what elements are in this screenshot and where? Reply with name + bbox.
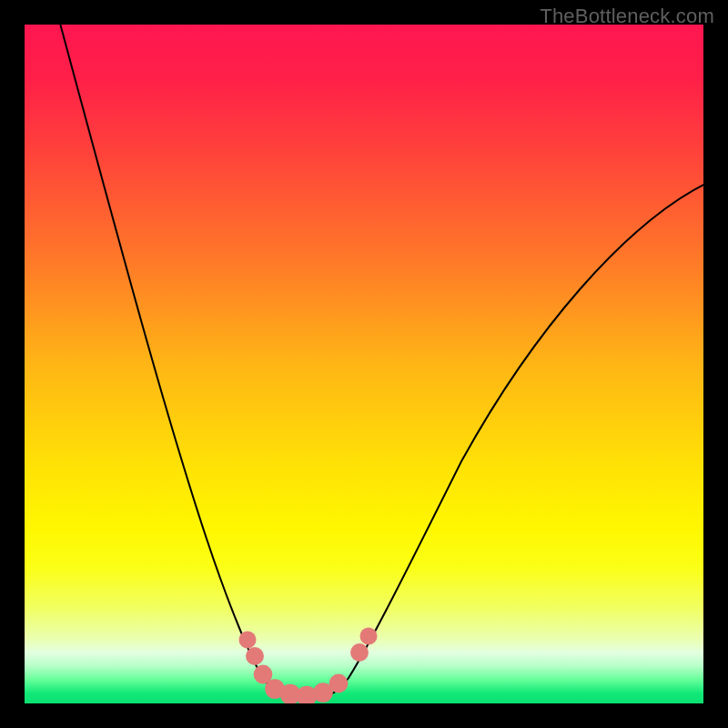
bead-marker — [246, 647, 264, 665]
bead-marker — [360, 628, 378, 645]
bead-marker — [239, 632, 257, 649]
bottleneck-curve — [59, 25, 703, 698]
chart-frame — [25, 25, 703, 703]
watermark-text: TheBottleneck.com — [540, 5, 714, 28]
bead-marker — [350, 643, 369, 662]
bead-marker — [329, 674, 349, 693]
chart-plot — [25, 25, 703, 703]
